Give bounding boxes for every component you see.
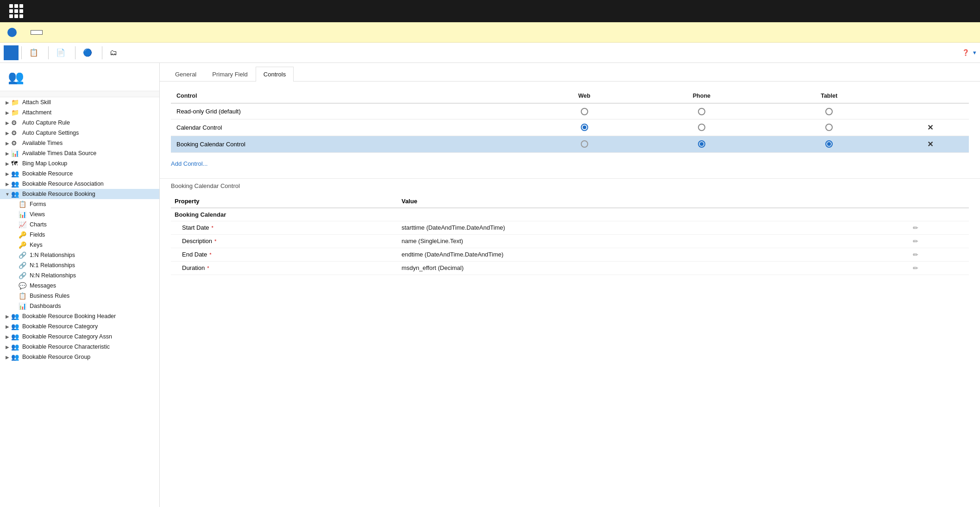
- prop-row-description: Description * name (SingleLine.Text) ✏: [171, 234, 969, 248]
- tree-icon-business-rules: 📋: [19, 292, 28, 300]
- tree-arrow-bookable-resource-group: ▶: [4, 355, 11, 360]
- prop-row-start-date: Start Date * starttime (DateAndTime.Date…: [171, 221, 969, 234]
- sidebar-item-bookable-resource-characteristic[interactable]: ▶ 👥 Bookable Resource Characteristic: [0, 342, 159, 352]
- col-phone: Phone: [637, 89, 766, 103]
- control-delete-booking-calendar-control[interactable]: ✕: [892, 136, 969, 152]
- managed-properties-button[interactable]: 🗂: [105, 47, 124, 59]
- add-control-link[interactable]: Add Control...: [171, 160, 208, 167]
- toolbar-divider-4: [102, 46, 102, 59]
- sidebar-item-bing-map-lookup[interactable]: ▶ 🗺 Bing Map Lookup: [0, 158, 159, 169]
- prop-edit-description[interactable]: ✏: [909, 234, 969, 248]
- properties-table: Property Value Booking Calendar Start Da…: [171, 195, 969, 275]
- sidebar-item-bookable-resource-category-assn[interactable]: ▶ 👥 Bookable Resource Category Assn: [0, 332, 159, 342]
- prop-edit-end-date[interactable]: ✏: [909, 248, 969, 261]
- sidebar-item-views[interactable]: 📊 Views: [0, 209, 159, 219]
- sidebar-item-available-times-ds[interactable]: ▶ 📊 Available Times Data Source: [0, 148, 159, 158]
- tree-icon-views: 📊: [19, 211, 28, 218]
- sidebar-item-fields[interactable]: 🔑 Fields: [0, 230, 159, 240]
- required-star-end-date: *: [208, 252, 211, 257]
- banner-info-icon: [7, 28, 17, 37]
- tree-arrow-bookable-resource-booking-header: ▶: [4, 314, 11, 319]
- tree-label-forms: Forms: [30, 201, 46, 207]
- control-phone-booking-calendar-control[interactable]: [637, 136, 766, 152]
- prop-edit-start-date[interactable]: ✏: [909, 221, 969, 234]
- file-button[interactable]: [4, 45, 19, 60]
- tab-general[interactable]: General: [167, 67, 204, 81]
- tree-icon-bookable-resource-characteristic: 👥: [11, 343, 20, 351]
- toolbar-divider-2: [48, 46, 49, 59]
- control-phone-read-only-grid[interactable]: [637, 103, 766, 119]
- controls-table: Control Web Phone Tablet Read-only Grid …: [171, 89, 969, 153]
- tree-arrow-bookable-resource-characteristic: ▶: [4, 344, 11, 350]
- tree-icon-dashboards: 📊: [19, 302, 28, 310]
- main-layout: 👥 ▶ 📁 Attach Skill ▶ 📁 Attachment ▶ ⚙ Au…: [0, 63, 980, 507]
- control-row-read-only-grid[interactable]: Read-only Grid (default): [171, 103, 969, 119]
- control-row-calendar-control[interactable]: Calendar Control ✕: [171, 119, 969, 136]
- try-new-experience-banner: [0, 22, 980, 43]
- try-new-experience-button[interactable]: [31, 30, 43, 35]
- tree-label-charts: Charts: [30, 221, 47, 228]
- tree-icon-bookable-resource-group: 👥: [11, 353, 20, 361]
- sidebar-item-bookable-resource-assoc[interactable]: ▶ 👥 Bookable Resource Association: [0, 179, 159, 189]
- sidebar-item-business-rules[interactable]: 📋 Business Rules: [0, 291, 159, 301]
- sidebar-item-charts[interactable]: 📈 Charts: [0, 219, 159, 230]
- sidebar-item-forms[interactable]: 📋 Forms: [0, 199, 159, 209]
- prop-value-duration: msdyn_effort (Decimal): [398, 261, 909, 275]
- sidebar-item-keys[interactable]: 🔑 Keys: [0, 240, 159, 250]
- tab-controls[interactable]: Controls: [256, 67, 294, 81]
- control-web-calendar-control[interactable]: [532, 119, 636, 136]
- control-web-booking-calendar-control[interactable]: [532, 136, 636, 152]
- tree-label-views: Views: [30, 211, 45, 218]
- help-button[interactable]: ❓ ▾: [962, 49, 976, 56]
- help-chevron-icon: ▾: [973, 49, 976, 56]
- sidebar-item-auto-capture-settings[interactable]: ▶ ⚙ Auto Capture Settings: [0, 128, 159, 138]
- publish-button[interactable]: 🔵: [78, 46, 99, 59]
- sidebar-item-nn-relationships[interactable]: 🔗 N:N Relationships: [0, 270, 159, 281]
- sidebar-item-1n-relationships[interactable]: 🔗 1:N Relationships: [0, 250, 159, 260]
- tab-primary-field[interactable]: Primary Field: [204, 67, 256, 81]
- tree-arrow-bookable-resource: ▶: [4, 171, 11, 176]
- control-delete-calendar-control[interactable]: ✕: [892, 119, 969, 136]
- tree-label-bookable-resource-category-assn: Bookable Resource Category Assn: [22, 333, 112, 340]
- sidebar-tree: ▶ 📁 Attach Skill ▶ 📁 Attachment ▶ ⚙ Auto…: [0, 97, 159, 362]
- tree-label-bookable-resource: Bookable Resource: [22, 170, 73, 177]
- tree-label-nn-relationships: N:N Relationships: [30, 272, 76, 279]
- sidebar-item-messages[interactable]: 💬 Messages: [0, 281, 159, 291]
- tree-icon-forms: 📋: [19, 200, 28, 208]
- sidebar-item-bookable-resource-booking[interactable]: ▼ 👥 Bookable Resource Booking: [0, 189, 159, 199]
- sidebar-item-n1-relationships[interactable]: 🔗 N:1 Relationships: [0, 260, 159, 270]
- control-tablet-read-only-grid[interactable]: [766, 103, 892, 119]
- tree-icon-n1-relationships: 🔗: [19, 262, 28, 269]
- control-tablet-calendar-control[interactable]: [766, 119, 892, 136]
- show-dependencies-button[interactable]: 📋: [25, 46, 45, 59]
- content-tabs: General Primary Field Controls: [160, 63, 980, 81]
- sidebar-item-attachment[interactable]: ▶ 📁 Attachment: [0, 107, 159, 118]
- sidebar-item-bookable-resource-category[interactable]: ▶ 👥 Bookable Resource Category: [0, 321, 159, 332]
- toolbar-divider-3: [75, 46, 75, 59]
- control-web-read-only-grid[interactable]: [532, 103, 636, 119]
- control-row-booking-calendar-control[interactable]: Booking Calendar Control ✕: [171, 136, 969, 152]
- tree-label-available-times: Available Times: [22, 140, 63, 146]
- sidebar-item-attach-skill[interactable]: ▶ 📁 Attach Skill: [0, 97, 159, 107]
- sidebar-item-bookable-resource-booking-header[interactable]: ▶ 👥 Bookable Resource Booking Header: [0, 311, 159, 321]
- show-dependencies-icon: 📋: [29, 48, 38, 57]
- publish-icon: 🔵: [83, 48, 92, 57]
- sidebar-item-dashboards[interactable]: 📊 Dashboards: [0, 301, 159, 311]
- sidebar-item-bookable-resource[interactable]: ▶ 👥 Bookable Resource: [0, 169, 159, 179]
- waffle-menu[interactable]: [7, 2, 25, 20]
- sidebar: 👥 ▶ 📁 Attach Skill ▶ 📁 Attachment ▶ ⚙ Au…: [0, 63, 160, 507]
- tree-arrow-attachment: ▶: [4, 110, 11, 115]
- solution-layers-button[interactable]: 📄: [51, 46, 72, 59]
- tree-label-dashboards: Dashboards: [30, 303, 61, 309]
- prop-label-duration: Duration *: [171, 261, 398, 275]
- sidebar-item-bookable-resource-group[interactable]: ▶ 👥 Bookable Resource Group: [0, 352, 159, 362]
- tree-label-auto-capture-settings: Auto Capture Settings: [22, 130, 79, 136]
- tree-label-n1-relationships: N:1 Relationships: [30, 262, 75, 269]
- sidebar-item-auto-capture-rule[interactable]: ▶ ⚙ Auto Capture Rule: [0, 118, 159, 128]
- control-phone-calendar-control[interactable]: [637, 119, 766, 136]
- prop-edit-duration[interactable]: ✏: [909, 261, 969, 275]
- tree-arrow-available-times: ▶: [4, 141, 11, 146]
- toolbar-divider-1: [21, 46, 22, 59]
- control-tablet-booking-calendar-control[interactable]: [766, 136, 892, 152]
- sidebar-item-available-times[interactable]: ▶ ⚙ Available Times: [0, 138, 159, 148]
